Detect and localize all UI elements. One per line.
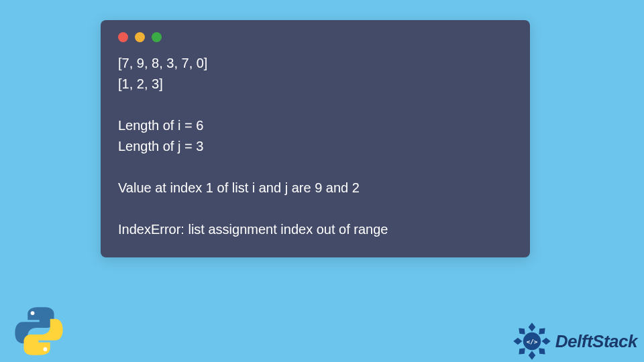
- code-window: [7, 9, 8, 3, 7, 0] [1, 2, 3] Length of i…: [101, 20, 530, 257]
- delftstack-text: DelftStack: [555, 331, 637, 352]
- svg-text:</>: </>: [527, 338, 538, 345]
- output-line: Length of j = 3: [118, 139, 203, 154]
- output-line: Length of i = 6: [118, 118, 203, 133]
- delftstack-logo: </> DelftStack: [510, 319, 637, 362]
- svg-point-0: [31, 311, 35, 315]
- code-output: [7, 9, 8, 3, 7, 0] [1, 2, 3] Length of i…: [118, 53, 513, 240]
- output-line: [7, 9, 8, 3, 7, 0]: [118, 56, 207, 70]
- minimize-dot-icon: [135, 32, 145, 42]
- maximize-dot-icon: [152, 32, 162, 42]
- svg-marker-6: [529, 351, 536, 360]
- svg-marker-2: [529, 322, 536, 331]
- svg-point-1: [44, 347, 48, 351]
- svg-marker-8: [513, 338, 522, 345]
- output-line: IndexError: list assignment index out of…: [118, 222, 388, 237]
- output-line: [1, 2, 3]: [118, 76, 163, 91]
- delftstack-emblem-icon: </>: [510, 319, 554, 362]
- window-dots: [118, 32, 513, 42]
- output-line: Value at index 1 of list i and j are 9 a…: [118, 180, 360, 195]
- svg-marker-4: [541, 338, 550, 345]
- close-dot-icon: [118, 32, 128, 42]
- python-logo-icon: [12, 304, 66, 358]
